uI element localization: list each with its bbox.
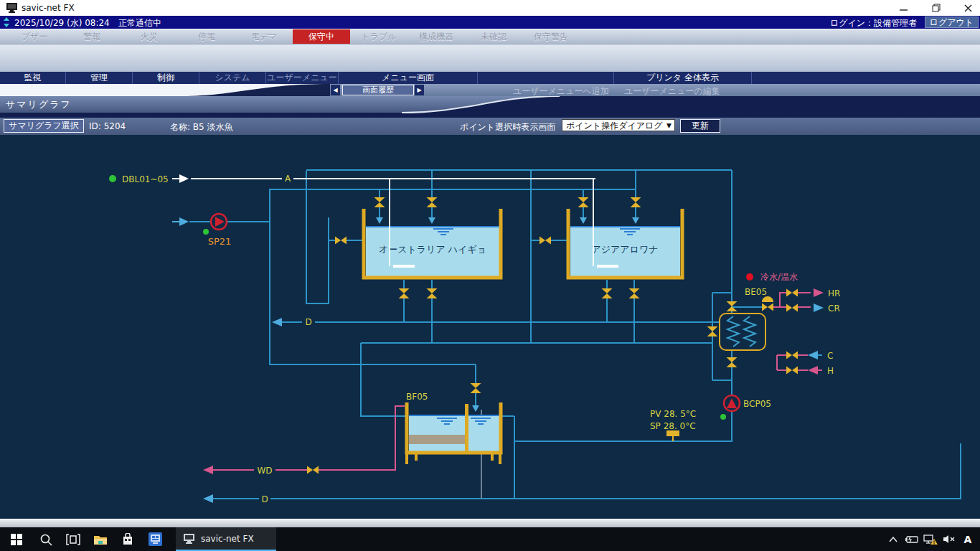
menu-filler [752, 72, 980, 84]
hx-label: BE05 [745, 287, 767, 297]
search-icon [39, 533, 52, 546]
close-icon [964, 4, 972, 12]
menu-manage[interactable]: 管理 [66, 72, 133, 84]
alarm-tab-maintenance[interactable]: 保守中 [293, 29, 350, 44]
waste-label: WD [257, 466, 272, 476]
window-titlebar: savic-net FX [0, 0, 980, 17]
tray-network-button[interactable] [921, 527, 940, 551]
history-next-button[interactable]: ▶ [415, 85, 424, 95]
tray-chevron-button[interactable] [884, 527, 903, 551]
menu-system[interactable]: システム [199, 72, 266, 84]
file-explorer-button[interactable] [87, 527, 114, 551]
summary-graph-select-button[interactable]: サマリグラフ選択 [4, 119, 84, 133]
task-view-icon [66, 534, 80, 545]
title-band-shape [0, 96, 980, 118]
windows-logo-icon [11, 534, 22, 545]
pump-bcp05[interactable] [724, 395, 740, 411]
status-dot-green [109, 175, 116, 182]
minimize-button[interactable] [892, 1, 914, 14]
close-button[interactable] [957, 1, 979, 14]
graph-name-text: 名称: B5 淡水魚 [170, 121, 233, 133]
summary-toolbar: サマリグラフ選択 ID: 5204 名称: B5 淡水魚 ポイント選択時表示画面… [0, 118, 980, 135]
menu-control[interactable]: 制御 [133, 72, 199, 84]
task-view-button[interactable] [60, 527, 87, 551]
hr-label: HR [828, 288, 840, 298]
drain1-label: D [305, 317, 311, 327]
drain2-label: D [261, 494, 268, 504]
update-button[interactable]: 更新 [680, 119, 720, 133]
sp-value: SP 28. 0°C [650, 421, 696, 431]
alarm-tab-trouble[interactable]: トラブル [350, 29, 407, 44]
status-dot-red [746, 273, 753, 281]
savic-net-fx-window: savic-net FX 2025/10/29 (水) 08:24 正常通信中 … [0, 0, 980, 551]
pinned-app-button[interactable] [141, 527, 169, 551]
start-button[interactable] [0, 527, 32, 551]
menu-printer-full-view[interactable]: プリンタ 全体表示 [614, 72, 752, 84]
page-title-band: サマリグラフ [0, 96, 980, 118]
alarm-tab-equipment[interactable]: 構成機器 [407, 29, 465, 44]
supply-label: DBL01~05 [122, 174, 169, 184]
store-button[interactable] [114, 527, 141, 551]
status-dot-green [720, 414, 726, 420]
folder-icon [93, 534, 108, 545]
alarm-tab-power-failure[interactable]: 停電 [178, 29, 235, 44]
menu-screen[interactable]: メニュー画面 [339, 72, 478, 84]
history-toolbar: ◀ 画面履歴 ▶ ユーザーメニューへ追加 ユーザーメニューの編集 [330, 84, 980, 96]
app-icon [6, 3, 18, 13]
menu-user-menu[interactable]: ユーザーメニュー [266, 72, 339, 84]
chevron-down-icon: ▼ [666, 120, 672, 132]
point-action-value: ポイント操作ダイアログ [566, 121, 663, 131]
cr-label: CR [828, 303, 840, 314]
swoosh-curve [0, 84, 330, 96]
pump1-label: SP21 [208, 236, 232, 247]
alarm-tab-demand[interactable]: 電デマ [235, 29, 293, 44]
main-menu-bar: 監視 管理 制御 システム ユーザーメニュー メニュー画面 プリンタ 全体表示 [0, 72, 980, 84]
menu-monitor[interactable]: 監視 [0, 72, 66, 84]
battery-icon [905, 535, 919, 544]
swoosh-decoration-left [0, 84, 330, 96]
speaker-muted-icon [943, 534, 956, 544]
datetime-text: 2025/10/29 (水) 08:24 [14, 17, 110, 29]
taskbar-app-savic-net-fx[interactable]: savic-net FX [176, 527, 276, 551]
h-label: H [827, 366, 834, 376]
diagram-background [0, 135, 980, 519]
search-button[interactable] [32, 527, 60, 551]
chevron-up-icon [889, 537, 897, 542]
screen-history-button[interactable]: 画面履歴 [342, 85, 414, 95]
pv-value: PV 28. 5°C [650, 409, 696, 419]
alarm-tab-fire[interactable]: 火災 [121, 29, 178, 44]
line-a-label: A [285, 174, 291, 184]
status-bar: 2025/10/29 (水) 08:24 正常通信中 ログイン：設備管理者 ログ… [0, 16, 980, 29]
pump-sp21[interactable] [211, 214, 227, 230]
network-warning-icon [923, 534, 938, 545]
tray-ime-indicator[interactable]: A [958, 527, 977, 551]
alarm-tab-maintenance-warning[interactable]: 保守警告 [522, 29, 580, 44]
alarm-tab-alarm[interactable]: 警報 [63, 29, 121, 44]
tank2-label: アジアアロワナ [591, 244, 658, 255]
summary-graphic-view: オーストラリア ハイギョ アジアアロワナ [0, 135, 980, 519]
restore-icon [932, 4, 941, 12]
comm-status-text: 正常通信中 [118, 17, 161, 29]
alarm-tab-row: ブザー 警報 火災 停電 電デマ 保守中 トラブル 構成機器 未確認 保守警告 [0, 29, 980, 44]
comm-sync-icon [1, 17, 11, 27]
filter-label: BF05 [406, 392, 428, 402]
store-bag-icon [122, 533, 133, 545]
history-prev-button[interactable]: ◀ [331, 85, 340, 95]
menu-empty [478, 72, 614, 84]
heat-exchanger-be05[interactable] [720, 314, 765, 350]
point-action-dropdown[interactable]: ポイント操作ダイアログ ▼ [562, 119, 675, 131]
tray-volume-button[interactable] [940, 527, 958, 551]
alarm-tab-unconfirmed[interactable]: 未確認 [465, 29, 522, 44]
app-icon [183, 534, 195, 544]
logout-button[interactable]: ログアウト [925, 17, 979, 28]
page-title: サマリグラフ [6, 98, 72, 111]
alarm-tab-buzzer[interactable]: ブザー [6, 29, 63, 44]
minimize-icon [900, 4, 908, 12]
coldhot-label: 冷水/温水 [760, 272, 798, 282]
status-dot-green [203, 229, 209, 235]
tray-battery-button[interactable] [903, 527, 921, 551]
system-tray: A [884, 527, 977, 551]
restore-button[interactable] [925, 1, 947, 14]
divider-wall [465, 404, 468, 453]
pump2-label: BCP05 [743, 399, 771, 409]
